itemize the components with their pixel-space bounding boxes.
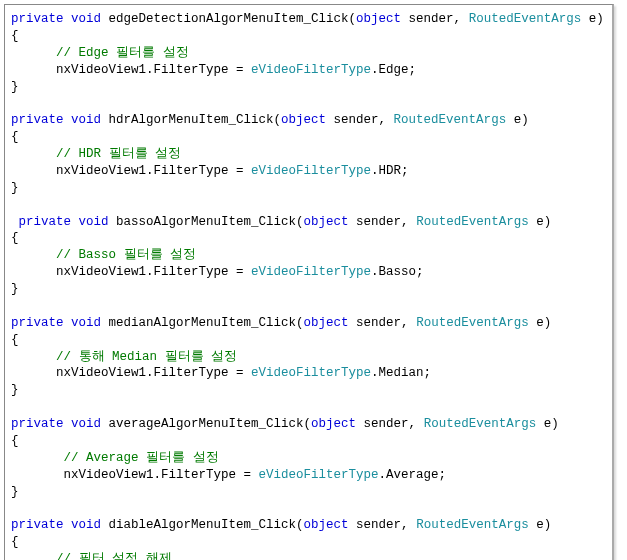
param-e: e) xyxy=(581,12,604,26)
code-comment: // Basso 필터를 설정 xyxy=(11,248,196,262)
close-brace: } xyxy=(11,281,606,298)
type-enum: eVideoFilterType xyxy=(251,164,371,178)
keyword-void: void xyxy=(71,518,101,532)
open-brace: { xyxy=(11,28,606,45)
keyword-object: object xyxy=(311,417,356,431)
blank-line xyxy=(11,95,606,112)
comment-line: // Basso 필터를 설정 xyxy=(11,247,606,264)
keyword-void: void xyxy=(79,215,109,229)
keyword-void: void xyxy=(71,316,101,330)
method-name: bassoAlgorMenuItem_Click( xyxy=(109,215,304,229)
keyword-void: void xyxy=(71,113,101,127)
method-signature: private void diableAlgorMenuItem_Click(o… xyxy=(11,517,606,534)
keyword-private: private xyxy=(11,316,64,330)
comment-line: // 통해 Median 필터를 설정 xyxy=(11,349,606,366)
keyword-object: object xyxy=(281,113,326,127)
method-name: averageAlgorMenuItem_Click( xyxy=(101,417,311,431)
body-prefix: nxVideoView1.FilterType = xyxy=(11,164,251,178)
comment-line: // HDR 필터를 설정 xyxy=(11,146,606,163)
param-e: e) xyxy=(529,316,552,330)
type-routedeventargs: RoutedEventArgs xyxy=(469,12,582,26)
method-signature: private void averageAlgorMenuItem_Click(… xyxy=(11,416,606,433)
keyword-object: object xyxy=(356,12,401,26)
blank-line xyxy=(11,399,606,416)
type-enum: eVideoFilterType xyxy=(259,468,379,482)
open-brace: { xyxy=(11,332,606,349)
open-brace: { xyxy=(11,230,606,247)
open-brace: { xyxy=(11,129,606,146)
method-signature: private void edgeDetectionAlgorMenuItem_… xyxy=(11,11,606,28)
type-enum: eVideoFilterType xyxy=(251,265,371,279)
type-enum: eVideoFilterType xyxy=(251,366,371,380)
body-prefix: nxVideoView1.FilterType = xyxy=(11,366,251,380)
param-sender: sender, xyxy=(349,215,417,229)
method-signature: private void medianAlgorMenuItem_Click(o… xyxy=(11,315,606,332)
param-e: e) xyxy=(536,417,559,431)
method-signature: private void hdrAlgorMenuItem_Click(obje… xyxy=(11,112,606,129)
open-brace: { xyxy=(11,433,606,450)
param-sender: sender, xyxy=(349,316,417,330)
keyword-object: object xyxy=(304,316,349,330)
code-comment: // Edge 필터를 설정 xyxy=(11,46,189,60)
blank-line xyxy=(11,197,606,214)
close-brace: } xyxy=(11,79,606,96)
param-sender: sender, xyxy=(326,113,394,127)
open-brace: { xyxy=(11,534,606,551)
body-line: nxVideoView1.FilterType = eVideoFilterTy… xyxy=(11,264,606,281)
param-sender: sender, xyxy=(356,417,424,431)
blank-line xyxy=(11,500,606,517)
close-brace: } xyxy=(11,382,606,399)
body-prefix: nxVideoView1.FilterType = xyxy=(11,265,251,279)
type-enum: eVideoFilterType xyxy=(251,63,371,77)
type-routedeventargs: RoutedEventArgs xyxy=(416,215,529,229)
keyword-private: private xyxy=(11,12,64,26)
body-line: nxVideoView1.FilterType = eVideoFilterTy… xyxy=(11,163,606,180)
comment-line: // Edge 필터를 설정 xyxy=(11,45,606,62)
body-line: nxVideoView1.FilterType = eVideoFilterTy… xyxy=(11,62,606,79)
keyword-private: private xyxy=(11,518,64,532)
body-suffix: .Edge; xyxy=(371,63,416,77)
keyword-private: private xyxy=(11,113,64,127)
keyword-object: object xyxy=(304,215,349,229)
comment-line: // 필터 설정 해제 xyxy=(11,551,606,560)
close-brace: } xyxy=(11,180,606,197)
code-comment: // Average 필터를 설정 xyxy=(11,451,219,465)
code-comment: // HDR 필터를 설정 xyxy=(11,147,181,161)
type-routedeventargs: RoutedEventArgs xyxy=(416,518,529,532)
keyword-private: private xyxy=(11,417,64,431)
method-name: diableAlgorMenuItem_Click( xyxy=(101,518,304,532)
body-line: nxVideoView1.FilterType = eVideoFilterTy… xyxy=(11,467,606,484)
method-name: medianAlgorMenuItem_Click( xyxy=(101,316,304,330)
param-e: e) xyxy=(506,113,529,127)
body-suffix: .HDR; xyxy=(371,164,409,178)
comment-line: // Average 필터를 설정 xyxy=(11,450,606,467)
type-routedeventargs: RoutedEventArgs xyxy=(394,113,507,127)
method-name: hdrAlgorMenuItem_Click( xyxy=(101,113,281,127)
code-comment: // 통해 Median 필터를 설정 xyxy=(11,350,237,364)
body-suffix: .Basso; xyxy=(371,265,424,279)
body-suffix: .Average; xyxy=(379,468,447,482)
type-routedeventargs: RoutedEventArgs xyxy=(424,417,537,431)
keyword-private: private xyxy=(11,215,71,229)
keyword-object: object xyxy=(304,518,349,532)
keyword-void: void xyxy=(71,417,101,431)
param-e: e) xyxy=(529,215,552,229)
body-prefix: nxVideoView1.FilterType = xyxy=(11,63,251,77)
code-snippet-card: private void edgeDetectionAlgorMenuItem_… xyxy=(4,4,614,560)
method-name: edgeDetectionAlgorMenuItem_Click( xyxy=(101,12,356,26)
param-sender: sender, xyxy=(401,12,469,26)
code-comment: // 필터 설정 해제 xyxy=(11,552,172,560)
body-prefix: nxVideoView1.FilterType = xyxy=(11,468,259,482)
body-suffix: .Median; xyxy=(371,366,431,380)
blank-line xyxy=(11,298,606,315)
param-e: e) xyxy=(529,518,552,532)
param-sender: sender, xyxy=(349,518,417,532)
close-brace: } xyxy=(11,484,606,501)
method-signature: private void bassoAlgorMenuItem_Click(ob… xyxy=(11,214,606,231)
body-line: nxVideoView1.FilterType = eVideoFilterTy… xyxy=(11,365,606,382)
type-routedeventargs: RoutedEventArgs xyxy=(416,316,529,330)
keyword-void: void xyxy=(71,12,101,26)
